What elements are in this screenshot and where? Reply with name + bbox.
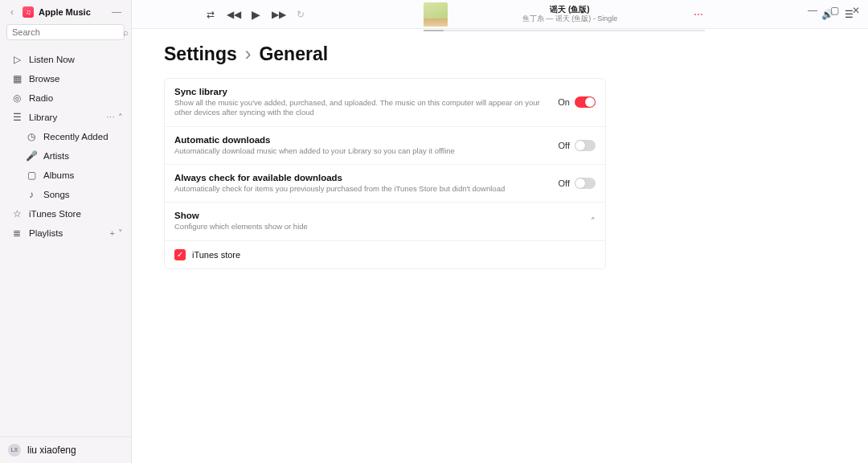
sidebar-item-label: Songs [43, 190, 70, 199]
settings-panel: Sync library Show all the music you've a… [164, 78, 606, 269]
toggle-sync-library[interactable] [575, 96, 596, 108]
now-playing[interactable]: 谣天 (鱼版) 鱼丁糸 — 谣天 (鱼版) - Single ⋯ [424, 2, 705, 27]
library-icon: ☰ [11, 112, 23, 123]
sidebar-item-browse[interactable]: ▦Browse [0, 69, 131, 88]
sidebar-item-label: Artists [43, 151, 69, 161]
sidebar-item-label: Listen Now [29, 55, 75, 64]
chevron-right-icon: › [245, 43, 252, 65]
shuffle-icon[interactable]: ⇄ [204, 9, 217, 20]
add-playlist-icon[interactable]: + [110, 228, 115, 239]
show-option-label: iTunes store [192, 250, 240, 260]
setting-title: Automatic downloads [174, 135, 559, 145]
sidebar-item-listen-now[interactable]: ▷Listen Now [0, 50, 131, 69]
setting-subtitle: Show all the music you've added, purchas… [174, 98, 558, 118]
playlist-icon: ≣ [11, 227, 23, 239]
setting-subtitle: Automatically download music when added … [174, 146, 559, 156]
sidebar-item-label: Albums [43, 170, 74, 180]
now-playing-title: 谣天 (鱼版) [454, 5, 686, 14]
sidebar-item-label: Recently Added [43, 132, 108, 141]
sidebar-item-label: Library [29, 113, 57, 122]
clock-icon: ◷ [26, 131, 37, 142]
breadcrumb: Settings › General [164, 43, 836, 65]
setting-state: On [558, 97, 570, 107]
sidebar-item-playlists[interactable]: ≣Playlists+˅ [0, 223, 131, 243]
setting-title: Always check for available downloads [174, 173, 559, 182]
search-field[interactable] [12, 27, 123, 37]
sidebar-item-radio[interactable]: ◎Radio [0, 88, 131, 108]
breadcrumb-root[interactable]: Settings [164, 43, 237, 65]
now-playing-subtitle: 鱼丁糸 — 谣天 (鱼版) - Single [454, 14, 686, 23]
sidebar-item-label: Browse [29, 74, 59, 84]
sidebar-item-recently-added[interactable]: ◷Recently Added [0, 127, 131, 146]
sidebar-item-label: iTunes Store [29, 209, 81, 219]
avatar: LX [8, 444, 21, 457]
setting-state: Off [559, 141, 570, 150]
back-arrow-icon[interactable]: ‹ [6, 6, 18, 18]
search-icon: ⌕ [123, 27, 129, 37]
setting-subtitle: Configure which elements show or hide [174, 222, 591, 232]
user-name: liu xiaofeng [27, 445, 76, 456]
radio-icon: ◎ [11, 92, 23, 104]
search-input[interactable]: ⌕ [6, 24, 125, 40]
previous-icon[interactable]: ◀◀ [227, 9, 240, 20]
sidebar-collapse-icon[interactable]: — [108, 6, 125, 18]
setting-title: Sync library [174, 87, 558, 96]
sidebar-item-songs[interactable]: ♪Songs [0, 185, 131, 204]
next-icon[interactable]: ▶▶ [272, 9, 285, 20]
setting-row-check-downloads: Always check for available downloads Aut… [165, 165, 605, 203]
album-icon: ▢ [26, 170, 37, 181]
note-icon: ♪ [26, 189, 37, 200]
toggle-check-downloads[interactable] [575, 178, 596, 189]
album-art [424, 2, 448, 27]
user-footer[interactable]: LX liu xiaofeng [0, 436, 131, 463]
chevron-down-icon[interactable]: ˅ [118, 228, 123, 239]
maximize-icon[interactable]: ▢ [830, 5, 839, 16]
grid-icon: ▦ [11, 73, 23, 84]
more-icon[interactable]: ⋯ [106, 113, 115, 123]
sidebar-item-itunes-store[interactable]: ☆iTunes Store [0, 204, 131, 223]
sidebar-item-artists[interactable]: 🎤Artists [0, 146, 131, 166]
setting-row-auto-downloads: Automatic downloads Automatically downlo… [165, 127, 605, 165]
setting-row-show[interactable]: Show Configure which elements show or hi… [165, 203, 605, 240]
repeat-icon[interactable]: ↻ [294, 9, 307, 20]
topbar: ⇄ ◀◀ ▶ ▶▶ ↻ 谣天 (鱼版) 鱼丁糸 — 谣天 (鱼版) - Sing… [132, 0, 868, 29]
apple-music-logo-icon: ♫ [23, 6, 34, 18]
checkbox-checked-icon[interactable]: ✓ [174, 249, 186, 260]
sidebar-item-albums[interactable]: ▢Albums [0, 166, 131, 185]
window-controls: — ▢ ✕ [808, 5, 860, 16]
setting-state: Off [559, 178, 570, 188]
sidebar-item-library[interactable]: ☰Library⋯˄ [0, 108, 131, 127]
mic-icon: 🎤 [26, 150, 37, 162]
close-icon[interactable]: ✕ [852, 5, 860, 16]
play-circle-icon: ▷ [11, 54, 23, 65]
breadcrumb-leaf: General [259, 43, 328, 65]
now-playing-more-icon[interactable]: ⋯ [692, 9, 705, 20]
toggle-auto-downloads[interactable] [575, 140, 596, 151]
chevron-up-icon[interactable]: ˄ [118, 113, 123, 123]
sidebar-item-label: Radio [29, 93, 53, 103]
chevron-up-icon: ˄ [591, 216, 596, 227]
show-option-itunes-store[interactable]: ✓ iTunes store [165, 241, 605, 268]
sidebar: ‹ ♫ Apple Music — ⌕ ▷Listen Now ▦Browse … [0, 0, 132, 463]
setting-title: Show [174, 211, 591, 220]
sidebar-item-label: Playlists [29, 228, 63, 238]
progress-bar[interactable] [424, 30, 705, 31]
minimize-icon[interactable]: — [808, 5, 817, 16]
play-icon[interactable]: ▶ [249, 8, 262, 21]
setting-row-sync-library: Sync library Show all the music you've a… [165, 79, 605, 127]
setting-subtitle: Automatically check for items you previo… [174, 184, 559, 194]
app-name: Apple Music [39, 7, 91, 17]
star-icon: ☆ [11, 208, 23, 219]
